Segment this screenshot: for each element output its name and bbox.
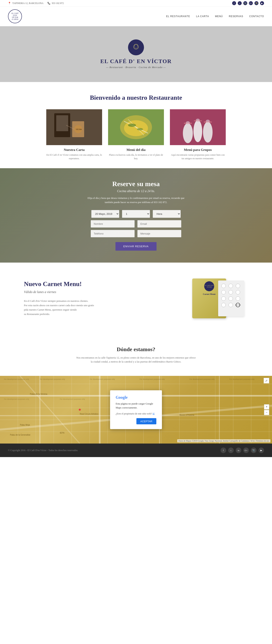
svg-rect-28 bbox=[204, 122, 212, 122]
svg-point-20 bbox=[183, 123, 193, 143]
logo-circle: EL CAFÉD'ENVÍCTOR25 AÑOS bbox=[8, 9, 22, 23]
svg-rect-7 bbox=[56, 115, 68, 131]
svg-line-3 bbox=[134, 44, 135, 44]
donde-description: Nos encontramos en la calle Tapineria 12… bbox=[76, 356, 196, 364]
location-pin-icon bbox=[8, 2, 12, 4]
svg-text:Palau de la Generalitat: Palau de la Generalitat bbox=[10, 434, 30, 436]
reservation-form-row1: 20 Mayo, 2019 1 2 3 4 5 Hora 13:00 14:00… bbox=[91, 210, 181, 218]
dot-11 bbox=[228, 303, 233, 307]
footer-facebook-icon[interactable]: f bbox=[221, 448, 226, 453]
svg-point-1 bbox=[134, 44, 138, 48]
card-image-1: VÍCTOR bbox=[46, 109, 102, 145]
main-nav: EL RESTAURANTE LA CARTA MENÚ RESERVAS CO… bbox=[166, 15, 264, 18]
dot-2 bbox=[228, 284, 233, 288]
hero-subtitle: Restaurant · Braseria · Cocina de Mercad… bbox=[106, 66, 166, 69]
svg-text:Palau Moja: Palau Moja bbox=[20, 424, 30, 426]
card-title-2: Menú del día bbox=[108, 148, 164, 152]
svg-point-14 bbox=[124, 120, 148, 136]
svg-text:For development purposes only: For development purposes only bbox=[40, 378, 65, 380]
reservation-email-input[interactable] bbox=[138, 220, 181, 228]
map-zoom-out-button[interactable]: − bbox=[264, 410, 269, 415]
reservation-submit-button[interactable]: ENVIAR RESERVA bbox=[115, 242, 157, 251]
carnet-section: Nuevo Carnet Menu! Válido de lunes a vie… bbox=[0, 262, 272, 334]
card-image-2 bbox=[108, 109, 164, 145]
donde-heading: Dónde estamos? bbox=[8, 346, 264, 352]
hero-logo bbox=[128, 40, 144, 55]
footer-twitter-icon[interactable]: t bbox=[228, 448, 234, 453]
map-expand-button[interactable]: ⤢ bbox=[264, 378, 269, 384]
svg-text:For development purposes only: For development purposes only bbox=[60, 398, 85, 400]
footer-copyright: © Copyright 2016 - El Café D'en Víctor -… bbox=[8, 449, 78, 452]
reservation-description: Elija el día y hora que desea visitarnos… bbox=[86, 196, 186, 204]
youtube-icon-top[interactable]: ▶ bbox=[260, 1, 264, 5]
cards-row: VÍCTOR Nuestra Carta En El Café d' en Ví… bbox=[8, 109, 264, 160]
svg-rect-26 bbox=[184, 123, 192, 124]
hero-logo-svg bbox=[131, 42, 141, 52]
map-owner-link[interactable]: Sí bbox=[153, 412, 155, 415]
phone-number: 933 102 872 bbox=[47, 2, 64, 5]
card-title-1: Nuestra Carta bbox=[46, 148, 102, 152]
svg-text:For development purposes only: For development purposes only bbox=[4, 398, 29, 400]
hero-title: EL CAFÉ D' EN VÍCTOR bbox=[100, 58, 172, 64]
carnet-image: EL CAFÉ D'EN VÍCTOR Carnet Menú GRATIS bbox=[184, 276, 248, 320]
carnet-dots-card: GRATIS bbox=[218, 280, 244, 316]
top-bar: TAPINERIA 12, BARCELONA 933 102 872 f t … bbox=[0, 0, 272, 6]
card-img-svg-1: VÍCTOR bbox=[46, 109, 102, 145]
twitter-icon-top[interactable]: t bbox=[238, 1, 242, 5]
footer-googleplus-icon[interactable]: G+ bbox=[243, 448, 249, 453]
carnet-valid: Válido de lunes a viernes bbox=[24, 289, 94, 295]
map-error-text: Esta página no puede cargar Google Maps … bbox=[116, 402, 156, 410]
map-accept-button[interactable]: ACEPTAR bbox=[137, 418, 156, 424]
svg-point-17 bbox=[128, 124, 136, 127]
nav-la-carta[interactable]: LA CARTA bbox=[196, 15, 209, 18]
footer-instagram-icon[interactable]: in bbox=[236, 448, 241, 453]
reservation-hour-select[interactable]: Hora 13:00 14:00 15:00 20:00 21:00 bbox=[153, 210, 181, 218]
footer-camera-icon[interactable]: 📷 bbox=[251, 448, 256, 453]
reservation-subtitle: Cocina abierta de 12 a 24 hs. bbox=[117, 189, 155, 193]
card-desc-3: Aquí encontrarás varias propuestas para … bbox=[170, 153, 226, 160]
reservation-message-input[interactable] bbox=[138, 230, 181, 237]
carnet-text: Nuevo Carnet Menu! Válido de lunes a vie… bbox=[24, 280, 94, 316]
footer-social-icons[interactable]: f t in G+ 📷 ▶ bbox=[221, 448, 264, 453]
dot-5 bbox=[228, 290, 233, 294]
svg-text:For development purposes only: For development purposes only bbox=[229, 378, 255, 380]
dot-10 bbox=[221, 303, 226, 307]
instagram-icon-top[interactable]: 📷 bbox=[243, 1, 247, 5]
nav-el-restaurante[interactable]: EL RESTAURANTE bbox=[166, 15, 190, 18]
welcome-heading: Bienvenido a nuestro Restaurante bbox=[8, 94, 264, 101]
svg-point-22 bbox=[203, 122, 213, 142]
nav-reservas[interactable]: RESERVAS bbox=[229, 15, 243, 18]
donde-section: Dónde estamos? Nos encontramos en la cal… bbox=[0, 334, 272, 376]
dot-gratis: GRATIS bbox=[236, 303, 240, 307]
svg-text:Palau de la Virreina: Palau de la Virreina bbox=[30, 393, 47, 395]
dot-1 bbox=[221, 284, 226, 288]
card-menu-dia: Menú del día Platos exclusivos cada día,… bbox=[108, 109, 164, 160]
dot-8 bbox=[228, 296, 233, 301]
reservation-persons-select[interactable]: 1 2 3 4 5 bbox=[122, 210, 150, 218]
map-watermark: Datos de Mapas ©2019 Google, Vue, Geogr.… bbox=[177, 439, 270, 442]
google-logo: Google bbox=[116, 395, 156, 400]
header: EL CAFÉD'ENVÍCTOR25 AÑOS EL RESTAURANTE … bbox=[0, 6, 272, 26]
reservation-phone-input[interactable] bbox=[91, 230, 134, 237]
reservation-name-input[interactable] bbox=[91, 220, 134, 228]
svg-point-24 bbox=[196, 119, 200, 122]
carnet-card-title: Carnet Menú bbox=[203, 293, 215, 295]
footer: © Copyright 2016 - El Café D'en Víctor -… bbox=[0, 444, 272, 457]
footer-youtube-icon[interactable]: ▶ bbox=[258, 448, 264, 453]
googleplus-icon-top[interactable]: G+ bbox=[249, 1, 253, 5]
card-desc-1: En El Café d' en Víctor contamos con una… bbox=[46, 153, 102, 160]
carnet-heading: Nuevo Carnet Menu! bbox=[24, 280, 94, 288]
dot-6 bbox=[236, 290, 240, 294]
nav-menu[interactable]: MENÚ bbox=[215, 15, 223, 18]
logo: EL CAFÉD'ENVÍCTOR25 AÑOS bbox=[8, 9, 22, 23]
social-icons-top[interactable]: f t 📷 G+ 📸 ▶ bbox=[232, 1, 264, 5]
map-error-dialog: Google Esta página no puede cargar Googl… bbox=[110, 390, 162, 429]
nav-contacto[interactable]: CONTACTO bbox=[249, 15, 264, 18]
camera-icon-top[interactable]: 📸 bbox=[254, 1, 258, 5]
dot-9 bbox=[236, 296, 240, 301]
map-zoom-in-button[interactable]: + bbox=[264, 404, 269, 410]
card-nuestra-carta: VÍCTOR Nuestra Carta En El Café d' en Ví… bbox=[46, 109, 102, 160]
reservation-date-select[interactable]: 20 Mayo, 2019 bbox=[91, 210, 119, 218]
facebook-icon-top[interactable]: f bbox=[232, 1, 236, 5]
svg-text:IEFN: IEFN bbox=[60, 432, 64, 434]
